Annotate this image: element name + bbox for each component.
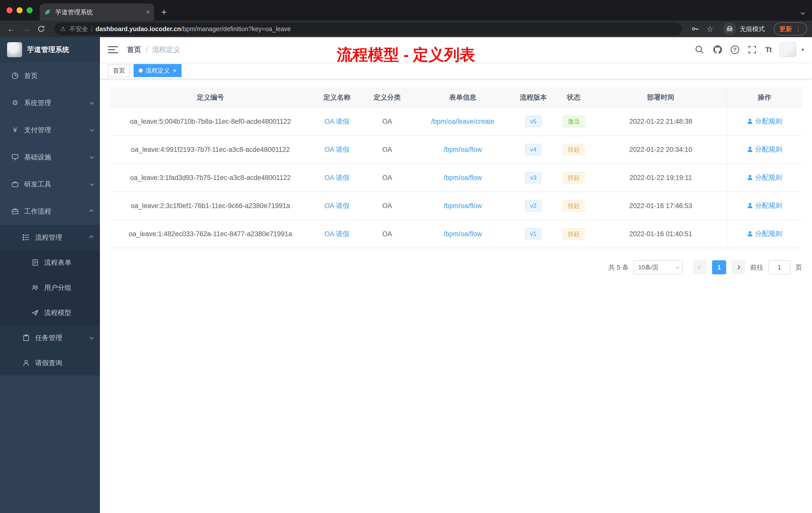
cell-form-info: /bpm/oa/leave/create xyxy=(411,108,514,135)
password-key-icon[interactable] xyxy=(689,25,701,33)
chevron-down-icon xyxy=(90,100,94,105)
navbar-actions: ? Tt ▾ xyxy=(695,42,804,57)
col-form-info: 表单信息 xyxy=(411,87,514,108)
cell-form-info: /bpm/oa/flow xyxy=(411,192,514,220)
assign-rule-link[interactable]: 分配规则 xyxy=(747,201,782,210)
search-icon[interactable] xyxy=(695,45,704,55)
user-icon xyxy=(22,359,30,367)
cell-category: OA xyxy=(363,135,411,163)
warning-icon: ⚠ xyxy=(60,25,66,32)
assign-rule-link[interactable]: 分配规则 xyxy=(747,145,782,154)
font-size-icon[interactable]: Tt xyxy=(765,46,771,54)
sidebar-item-workflow[interactable]: 工作流程 xyxy=(0,198,100,225)
tag-process-definition[interactable]: 流程定义 × xyxy=(134,64,181,77)
goto-page-input[interactable] xyxy=(768,260,790,274)
cell-status: 挂起 xyxy=(552,163,595,192)
assign-rule-link[interactable]: 分配规则 xyxy=(747,117,782,126)
security-label[interactable]: 不安全 xyxy=(69,25,88,33)
cell-category: OA xyxy=(363,108,411,135)
refresh-button[interactable] xyxy=(35,25,47,33)
sidebar-item-label: 首页 xyxy=(24,71,93,80)
next-page-button[interactable] xyxy=(731,260,745,274)
app-logo[interactable]: 芋道管理系统 xyxy=(0,37,100,62)
cell-category: OA xyxy=(363,163,411,192)
version-tag: v5 xyxy=(525,116,541,127)
close-tab-icon[interactable]: × xyxy=(146,8,150,16)
close-window-button[interactable] xyxy=(6,7,12,13)
briefcase-icon xyxy=(11,207,19,215)
divider xyxy=(92,26,92,32)
sidebar-item-label: 请假查询 xyxy=(35,358,93,367)
sidebar-item-dev-tools[interactable]: 研发工具 xyxy=(0,171,100,198)
page-content: 定义编号 定义名称 定义分类 表单信息 流程版本 状态 部署时间 操作 oa_l… xyxy=(100,79,812,513)
incognito-icon xyxy=(723,22,736,35)
col-deploy-time: 部署时间 xyxy=(595,87,727,108)
tab-title: 芋道管理系统 xyxy=(55,8,142,16)
table-row: oa_leave:5:004b710b-7b8a-11ec-8ef0-acde4… xyxy=(110,108,802,135)
new-tab-button[interactable]: + xyxy=(161,7,167,18)
page-size-value: 10条/页 xyxy=(638,263,659,271)
sidebar-item-home[interactable]: 首页 xyxy=(0,62,100,89)
sidebar-item-system[interactable]: ⚙ 系统管理 xyxy=(0,89,100,117)
sidebar-item-user-group[interactable]: 用户分组 xyxy=(0,275,100,300)
incognito-badge: 无痕模式 xyxy=(723,22,765,35)
address-bar[interactable]: ⚠ 不安全 dashboard.yudao.iocoder.cn/bpm/man… xyxy=(54,22,682,35)
user-icon xyxy=(747,231,753,237)
form-link[interactable]: /bpm/oa/flow xyxy=(443,202,482,210)
sidebar-item-infrastructure[interactable]: 基础设施 xyxy=(0,144,100,171)
sidebar-item-label: 流程模型 xyxy=(44,308,93,317)
forward-button[interactable]: → xyxy=(20,24,32,34)
definition-name-link[interactable]: OA 请假 xyxy=(324,202,349,210)
browser-tab[interactable]: 芋道管理系统 × xyxy=(40,3,154,21)
zoom-window-button[interactable] xyxy=(27,7,33,13)
incognito-label: 无痕模式 xyxy=(740,25,765,33)
form-link[interactable]: /bpm/oa/flow xyxy=(443,174,482,181)
sidebar-item-label: 流程管理 xyxy=(35,233,85,242)
col-process-version: 流程版本 xyxy=(514,87,552,108)
monitor-icon xyxy=(11,153,19,161)
sidebar-item-task-management[interactable]: 任务管理 xyxy=(0,325,100,350)
tag-home[interactable]: 首页 xyxy=(108,64,130,77)
prev-page-button[interactable] xyxy=(693,260,707,274)
assign-rule-label: 分配规则 xyxy=(755,229,782,238)
help-icon[interactable]: ? xyxy=(731,46,739,54)
sidebar-item-process-model[interactable]: 流程模型 xyxy=(0,300,100,325)
sidebar-item-payment[interactable]: ¥ 支付管理 xyxy=(0,117,100,144)
avatar[interactable] xyxy=(779,42,796,57)
chevron-down-icon xyxy=(90,182,94,186)
sidebar-item-process-form[interactable]: 流程表单 xyxy=(0,250,100,275)
definition-name-link[interactable]: OA 请假 xyxy=(324,230,349,238)
form-link[interactable]: /bpm/oa/leave/create xyxy=(431,118,494,125)
definition-name-link[interactable]: OA 请假 xyxy=(324,118,349,125)
assign-rule-label: 分配规则 xyxy=(755,173,782,182)
definition-name-link[interactable]: OA 请假 xyxy=(324,174,349,181)
avatar-caret-icon[interactable]: ▾ xyxy=(802,47,804,53)
bookmark-star-icon[interactable]: ☆ xyxy=(704,25,716,33)
github-icon[interactable] xyxy=(713,45,723,55)
tab-search-icon[interactable] xyxy=(801,10,805,15)
browser-update-button[interactable]: 更新 ⋮ xyxy=(774,22,807,35)
breadcrumb-home[interactable]: 首页 xyxy=(127,45,141,55)
fullscreen-icon[interactable] xyxy=(747,45,757,55)
close-tag-icon[interactable]: × xyxy=(173,67,176,74)
cell-status: 激活 xyxy=(552,108,595,135)
cell-deploy-time: 2022-01-22 20:34:10 xyxy=(595,135,727,163)
form-link[interactable]: /bpm/oa/flow xyxy=(443,146,482,153)
assign-rule-link[interactable]: 分配规则 xyxy=(747,229,782,238)
table-row: oa_leave:1:482ec033-762a-11ec-8477-a2380… xyxy=(110,220,802,248)
dashboard-icon xyxy=(11,72,19,80)
sidebar-item-leave-query[interactable]: 请假查询 xyxy=(0,350,100,375)
form-link[interactable]: /bpm/oa/flow xyxy=(443,230,482,238)
back-button[interactable]: ← xyxy=(5,24,17,34)
assign-rule-link[interactable]: 分配规则 xyxy=(747,173,782,182)
page-number-button[interactable]: 1 xyxy=(712,260,726,274)
definition-name-link[interactable]: OA 请假 xyxy=(324,146,349,153)
page-size-select[interactable]: 10条/页 xyxy=(634,260,683,274)
browser-menu-icon[interactable]: ⋮ xyxy=(795,25,802,33)
main-area: 首页 / 流程定义 ? Tt ▾ 首页 流程定义 xyxy=(100,37,812,513)
collapse-sidebar-icon[interactable] xyxy=(108,46,118,53)
sidebar-item-process-management[interactable]: 流程管理 xyxy=(0,225,100,250)
table-row: oa_leave:3:1fad3d93-7b75-11ec-a3c8-acde4… xyxy=(110,163,802,192)
pagination: 共 5 条 10条/页 1 前往 页 xyxy=(110,260,802,274)
minimize-window-button[interactable] xyxy=(17,7,23,13)
